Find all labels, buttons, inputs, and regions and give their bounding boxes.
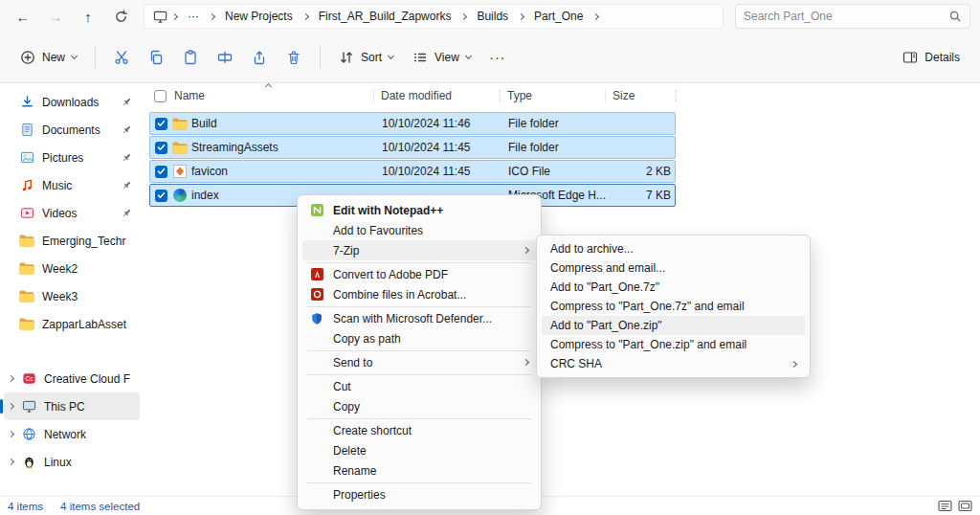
- breadcrumb-item[interactable]: New Projects: [219, 8, 299, 25]
- file-row-favicon[interactable]: favicon 10/10/2024 11:45 ICO File 2 KB: [149, 160, 676, 183]
- menu-item-scan-with-defender[interactable]: Scan with Microsoft Defender...: [302, 308, 536, 328]
- copy-button[interactable]: [140, 43, 172, 72]
- submenu-arrow-icon: [523, 359, 529, 366]
- menu-item-send-to[interactable]: Send to: [302, 352, 536, 372]
- thumbnail-view-toggle-icon[interactable]: [958, 500, 972, 512]
- file-row-streamingassets[interactable]: StreamingAssets 10/10/2024 11:45 File fo…: [149, 136, 676, 159]
- sidebar-item-folder[interactable]: Emerging_Techr: [4, 227, 140, 255]
- menu-item-convert-to-adobe-pdf[interactable]: Convert to Adobe PDF: [302, 264, 536, 284]
- folder-icon: [171, 142, 189, 154]
- up-button[interactable]: ↑: [73, 4, 103, 29]
- submenu-item-add-to-7z[interactable]: Add to "Part_One.7z": [542, 278, 805, 297]
- column-header-type[interactable]: Type: [500, 89, 605, 102]
- submenu-item-compress-to-zip-and-email[interactable]: Compress to "Part_One.zip" and email: [542, 335, 805, 354]
- sort-button[interactable]: Sort: [330, 43, 402, 72]
- column-divider[interactable]: [676, 89, 677, 102]
- submenu-item-crc-sha[interactable]: CRC SHA: [542, 354, 805, 373]
- select-all-checkbox[interactable]: [149, 90, 170, 102]
- submenu-item-compress-to-7z-and-email[interactable]: Compress to "Part_One.7z" and email: [542, 297, 805, 316]
- submenu-item-compress-and-email[interactable]: Compress and email...: [542, 258, 805, 278]
- chevron-right-icon: [592, 12, 599, 19]
- column-header-size[interactable]: Size: [605, 89, 676, 102]
- menu-item-rename[interactable]: Rename: [302, 460, 536, 481]
- folder-icon: [19, 261, 34, 277]
- chevron-down-icon: [465, 53, 472, 59]
- delete-button[interactable]: [278, 43, 310, 72]
- view-button[interactable]: View: [404, 43, 479, 72]
- menu-item-cut[interactable]: Cut: [302, 376, 536, 396]
- sidebar-item-this-pc[interactable]: This PC: [4, 392, 140, 420]
- column-divider[interactable]: [373, 89, 374, 102]
- new-button[interactable]: New: [11, 43, 85, 72]
- rename-button[interactable]: [209, 43, 241, 72]
- menu-item-7zip[interactable]: 7-Zip: [302, 240, 536, 260]
- menu-separator: [307, 350, 531, 351]
- sidebar-item-videos[interactable]: Videos: [4, 199, 140, 227]
- folder-icon: [19, 289, 34, 304]
- breadcrumb-item[interactable]: Part_One: [528, 8, 589, 25]
- menu-item-properties[interactable]: Properties: [302, 484, 536, 504]
- see-more-button[interactable]: ···: [481, 43, 514, 72]
- forward-button[interactable]: →: [40, 4, 71, 29]
- edge-html-icon: [171, 189, 189, 202]
- documents-icon: [19, 123, 34, 138]
- checkbox-checked[interactable]: [155, 166, 167, 178]
- breadcrumb-item[interactable]: First_AR_Build_Zapworks: [313, 8, 457, 25]
- sidebar-item-pictures[interactable]: Pictures: [4, 144, 140, 171]
- menu-item-edit-with-notepad[interactable]: Edit with Notepad++: [302, 200, 536, 220]
- sidebar-item-music[interactable]: Music: [4, 171, 140, 199]
- music-icon: [19, 178, 34, 193]
- cut-button[interactable]: [105, 43, 138, 72]
- pin-icon: [122, 152, 132, 163]
- sort-icon: [339, 50, 354, 65]
- folder-icon: [19, 234, 34, 249]
- sidebar-item-folder[interactable]: Week3: [4, 282, 140, 310]
- downloads-icon: [19, 95, 34, 110]
- menu-item-copy[interactable]: Copy: [302, 396, 536, 416]
- menu-item-copy-as-path[interactable]: Copy as path: [302, 328, 536, 348]
- checkbox-checked[interactable]: [155, 190, 167, 202]
- this-pc-icon: [21, 399, 36, 414]
- chevron-right-icon: [302, 12, 309, 19]
- folder-icon: [19, 317, 34, 332]
- cut-icon: [114, 50, 129, 65]
- share-button[interactable]: [243, 43, 276, 72]
- sidebar-item-documents[interactable]: Documents: [4, 116, 140, 144]
- checkbox-checked[interactable]: [155, 118, 167, 130]
- back-button[interactable]: ←: [8, 4, 38, 29]
- sidebar-item-downloads[interactable]: Downloads: [4, 88, 140, 116]
- creative-cloud-icon: Cc: [21, 371, 36, 387]
- menu-item-combine-files-in-acrobat[interactable]: Combine files in Acrobat...: [302, 284, 536, 304]
- column-divider[interactable]: [605, 89, 606, 102]
- column-divider[interactable]: [500, 89, 501, 102]
- column-header-date[interactable]: Date modified: [373, 89, 500, 102]
- breadcrumb-item[interactable]: Builds: [471, 8, 514, 25]
- menu-item-delete[interactable]: Delete: [302, 440, 536, 460]
- refresh-button[interactable]: [105, 4, 136, 29]
- details-view-toggle-icon[interactable]: [938, 500, 952, 512]
- menu-item-add-to-favourites[interactable]: Add to Favourites: [302, 220, 536, 240]
- column-header-name[interactable]: Name: [170, 89, 373, 102]
- sidebar-item-linux[interactable]: Linux: [4, 448, 140, 476]
- details-pane-button[interactable]: Details: [894, 43, 969, 72]
- file-name: Build: [191, 117, 374, 130]
- menu-item-create-shortcut[interactable]: Create shortcut: [302, 420, 536, 440]
- menu-separator: [307, 262, 531, 263]
- back-icon: ←: [16, 9, 31, 25]
- breadcrumb-overflow[interactable]: ···: [182, 8, 205, 25]
- sidebar-item-folder[interactable]: Week2: [4, 255, 140, 282]
- file-date: 10/10/2024 11:46: [374, 117, 501, 130]
- address-bar[interactable]: ··· New Projects First_AR_Build_Zapworks…: [144, 4, 724, 29]
- submenu-item-add-to-archive[interactable]: Add to archive...: [542, 239, 805, 258]
- sidebar-item-network[interactable]: Network: [4, 420, 140, 448]
- view-button-label: View: [434, 51, 459, 64]
- checkbox-checked[interactable]: [155, 142, 167, 154]
- file-row-build[interactable]: Build 10/10/2024 11:46 File folder: [149, 112, 676, 135]
- paste-button[interactable]: [174, 43, 207, 72]
- search-input[interactable]: [744, 10, 948, 23]
- sidebar-item-folder[interactable]: ZapparLabAsset: [4, 310, 140, 338]
- notepad-plus-icon: [310, 203, 333, 217]
- sidebar-item-creative-cloud[interactable]: Cc Creative Cloud F: [4, 365, 140, 392]
- submenu-item-add-to-zip[interactable]: Add to "Part_One.zip": [542, 316, 805, 335]
- refresh-icon: [114, 10, 128, 24]
